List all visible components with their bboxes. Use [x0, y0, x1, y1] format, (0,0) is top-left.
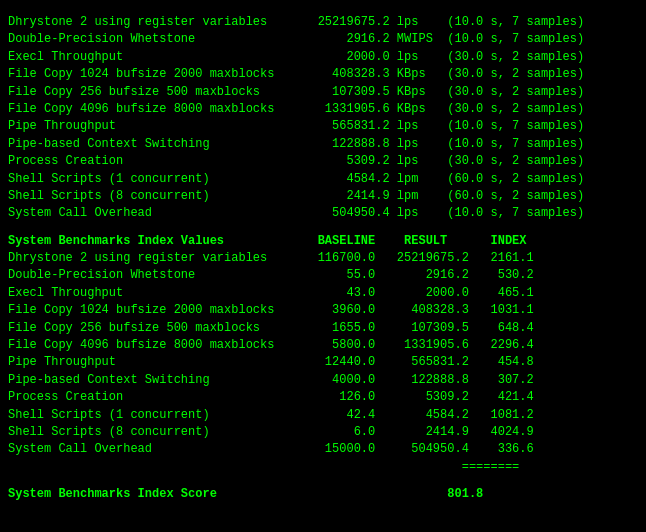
benchmark-row: Process Creation 5309.2 lps (30.0 s, 2 s… — [8, 153, 638, 170]
index-row: File Copy 1024 bufsize 2000 maxblocks 39… — [8, 302, 638, 319]
index-row: Pipe Throughput 12440.0 565831.2 454.8 — [8, 354, 638, 371]
index-row: Shell Scripts (8 concurrent) 6.0 2414.9 … — [8, 424, 638, 441]
benchmark-section: Dhrystone 2 using register variables 252… — [8, 14, 638, 223]
benchmark-row: Execl Throughput 2000.0 lps (30.0 s, 2 s… — [8, 49, 638, 66]
index-row: Double-Precision Whetstone 55.0 2916.2 5… — [8, 267, 638, 284]
benchmark-row: File Copy 256 bufsize 500 maxblocks 1073… — [8, 84, 638, 101]
index-row: File Copy 256 bufsize 500 maxblocks 1655… — [8, 320, 638, 337]
index-row: File Copy 4096 bufsize 8000 maxblocks 58… — [8, 337, 638, 354]
final-score-line: System Benchmarks Index Score 801.8 — [8, 486, 638, 503]
benchmark-row: Dhrystone 2 using register variables 252… — [8, 14, 638, 31]
benchmark-row: Shell Scripts (8 concurrent) 2414.9 lpm … — [8, 188, 638, 205]
index-row: Execl Throughput 43.0 2000.0 465.1 — [8, 285, 638, 302]
benchmark-row: Double-Precision Whetstone 2916.2 MWIPS … — [8, 31, 638, 48]
index-row: Shell Scripts (1 concurrent) 42.4 4584.2… — [8, 407, 638, 424]
equals-line: ======== — [8, 459, 638, 476]
index-row: Dhrystone 2 using register variables 116… — [8, 250, 638, 267]
benchmark-row: File Copy 4096 bufsize 8000 maxblocks 13… — [8, 101, 638, 118]
benchmark-row: Shell Scripts (1 concurrent) 4584.2 lpm … — [8, 171, 638, 188]
benchmark-row: Pipe-based Context Switching 122888.8 lp… — [8, 136, 638, 153]
index-row: Pipe-based Context Switching 4000.0 1228… — [8, 372, 638, 389]
final-score-section: System Benchmarks Index Score 801.8 — [8, 486, 638, 503]
benchmark-row: File Copy 1024 bufsize 2000 maxblocks 40… — [8, 66, 638, 83]
benchmark-row: System Call Overhead 504950.4 lps (10.0 … — [8, 205, 638, 222]
index-row: System Call Overhead 15000.0 504950.4 33… — [8, 441, 638, 458]
index-header: System Benchmarks Index Values BASELINE … — [8, 233, 638, 250]
index-row: Process Creation 126.0 5309.2 421.4 — [8, 389, 638, 406]
index-section: System Benchmarks Index Values BASELINE … — [8, 233, 638, 476]
benchmark-row: Pipe Throughput 565831.2 lps (10.0 s, 7 … — [8, 118, 638, 135]
terminal: Dhrystone 2 using register variables 252… — [8, 4, 638, 504]
